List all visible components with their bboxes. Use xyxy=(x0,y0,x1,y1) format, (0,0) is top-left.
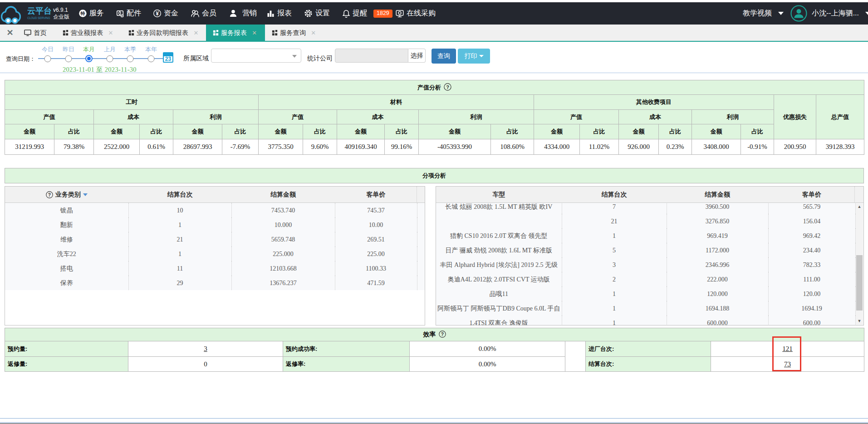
svg-text:¥: ¥ xyxy=(156,10,159,17)
svg-text:?: ? xyxy=(446,84,449,89)
svg-text:特: 特 xyxy=(80,11,85,16)
svg-text:?: ? xyxy=(441,331,443,336)
